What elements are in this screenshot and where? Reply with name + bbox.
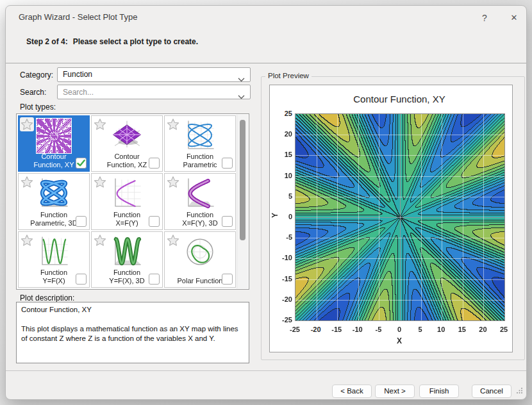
- plot-type-checkbox[interactable]: [222, 216, 233, 227]
- favorite-star-icon[interactable]: [166, 233, 180, 247]
- favorite-star-icon[interactable]: [166, 175, 180, 189]
- plot-type-checkbox[interactable]: [222, 274, 233, 285]
- chart-title: Contour Function, XY: [295, 94, 504, 104]
- search-label: Search:: [20, 88, 46, 97]
- function-parametric-icon: [182, 118, 218, 154]
- favorite-star-icon[interactable]: [166, 117, 180, 131]
- header-divider: [6, 63, 526, 63]
- plot-description-label: Plot description:: [20, 293, 74, 302]
- back-button[interactable]: < Back: [332, 384, 372, 398]
- plot-type-tile-function-y-fx-3d[interactable]: FunctionY=F(X), 3D: [91, 231, 163, 288]
- plot-type-checkbox[interactable]: [76, 216, 87, 227]
- plot-type-tile-contour-function-xz[interactable]: ContourFunction, XZ: [91, 115, 163, 172]
- favorite-star-icon[interactable]: [20, 233, 34, 247]
- contour-xy-icon: [36, 118, 72, 154]
- x-axis-label: X: [295, 336, 504, 345]
- plot-type-tile-function-parametric-3d[interactable]: FunctionParametric, 3D: [18, 173, 90, 229]
- category-select[interactable]: Function: [57, 67, 251, 82]
- x-tick-label: -5: [369, 326, 388, 333]
- favorite-star-icon[interactable]: [93, 175, 107, 189]
- function-x-fy-icon: [109, 176, 145, 211]
- x-tick-label: 10: [431, 326, 451, 333]
- favorite-star-icon[interactable]: [20, 175, 34, 189]
- finish-button[interactable]: Finish: [419, 384, 459, 398]
- plot-type-tile-contour-function-xy[interactable]: ContourFunction, XY: [18, 115, 90, 172]
- x-tick-label: -10: [348, 326, 367, 333]
- x-tick-label: 15: [453, 326, 472, 333]
- plot-type-tile-function-x-fy[interactable]: FunctionX=F(Y): [91, 173, 163, 229]
- function-y-fx-3d-icon: [109, 234, 145, 270]
- y-tick-label: -10: [272, 254, 292, 261]
- function-x-fy-3d-icon: [182, 176, 218, 211]
- footer-divider: [6, 370, 526, 371]
- y-tick-label: 10: [272, 172, 292, 179]
- resize-grip-icon[interactable]: [516, 385, 523, 397]
- search-input[interactable]: [63, 86, 236, 98]
- y-tick-label: -25: [272, 316, 292, 324]
- plot-preview-panel: Contour Function, XY 2520151050-5-10-15-…: [269, 85, 513, 352]
- plot-type-tile-function-y-fx[interactable]: FunctionY=F(X): [18, 231, 90, 288]
- y-tick-label: 25: [272, 110, 292, 117]
- y-axis-label: Y: [270, 213, 279, 218]
- step-number: Step 2 of 4:: [26, 37, 68, 46]
- scrollbar-thumb[interactable]: [240, 120, 245, 240]
- graph-wizard-dialog: Graph Wizard - Select Plot Type ? ✕ Step…: [5, 5, 527, 400]
- plot-type-checkbox[interactable]: [149, 274, 160, 285]
- x-tick-label: -20: [306, 326, 326, 333]
- x-tick-label: 5: [411, 326, 430, 333]
- cancel-button[interactable]: Cancel: [472, 384, 511, 398]
- plot-type-checkbox[interactable]: [76, 274, 87, 285]
- y-tick-label: -20: [272, 295, 292, 303]
- contour-xz-icon: [109, 118, 145, 154]
- chevron-down-icon: [238, 90, 245, 102]
- chevron-down-icon: [238, 73, 245, 85]
- function-y-fx-icon: [36, 234, 72, 270]
- category-label: Category:: [20, 70, 53, 79]
- y-tick-label: 5: [272, 192, 292, 200]
- plot-description-title: Contour Function, XY: [21, 305, 244, 315]
- step-instruction: Please select a plot type to create.: [73, 37, 198, 46]
- x-tick-label: 0: [390, 326, 409, 333]
- y-tick-label: -15: [272, 275, 292, 283]
- step-indicator: Step 2 of 4:Please select a plot type to…: [26, 37, 198, 46]
- window-title: Graph Wizard - Select Plot Type: [19, 12, 137, 22]
- plot-type-tile-function-x-fy-3d[interactable]: FunctionX=F(Y), 3D: [164, 173, 236, 229]
- desktop-background: Graph Wizard - Select Plot Type ? ✕ Step…: [0, 0, 532, 405]
- close-button[interactable]: ✕: [504, 10, 524, 26]
- plot-type-grid-tiles: ContourFunction, XYContourFunction, XZFu…: [17, 115, 237, 288]
- x-tick-label: 20: [473, 326, 492, 333]
- help-button[interactable]: ?: [474, 10, 495, 26]
- favorite-star-icon[interactable]: [20, 117, 34, 131]
- contour-chart-canvas: [295, 113, 505, 321]
- y-tick-label: 15: [272, 151, 292, 158]
- scrollbar[interactable]: [237, 115, 248, 288]
- plot-type-checkbox[interactable]: [149, 216, 160, 227]
- x-tick-label: -25: [285, 326, 304, 333]
- plot-description-body: This plot displays a mathematical functi…: [21, 324, 244, 343]
- plot-preview-group-label: Plot Preview: [265, 72, 312, 79]
- x-tick-label: -15: [327, 326, 346, 333]
- search-combobox[interactable]: [57, 85, 251, 99]
- plot-types-label: Plot types:: [20, 103, 56, 112]
- x-tick-label: 25: [494, 326, 513, 333]
- plot-type-checkbox[interactable]: [76, 158, 87, 169]
- polar-function-icon: [182, 234, 218, 270]
- plot-type-tile-function-parametric[interactable]: FunctionParametric: [164, 115, 236, 172]
- y-tick-label: 20: [272, 130, 292, 138]
- plot-type-checkbox[interactable]: [222, 158, 233, 169]
- favorite-star-icon[interactable]: [93, 117, 107, 131]
- plot-description-box: Contour Function, XY This plot displays …: [16, 302, 249, 363]
- category-value: Function: [63, 70, 92, 79]
- favorite-star-icon[interactable]: [93, 233, 107, 247]
- function-parametric-3d-icon: [36, 176, 72, 211]
- plot-type-grid: ContourFunction, XYContourFunction, XZFu…: [16, 113, 249, 290]
- plot-preview-group: Plot Preview Contour Function, XY 252015…: [261, 76, 525, 360]
- next-button[interactable]: Next >: [375, 384, 415, 398]
- plot-type-checkbox[interactable]: [149, 158, 160, 169]
- plot-type-tile-polar-function[interactable]: Polar Function: [164, 231, 236, 288]
- y-tick-label: -5: [272, 233, 292, 241]
